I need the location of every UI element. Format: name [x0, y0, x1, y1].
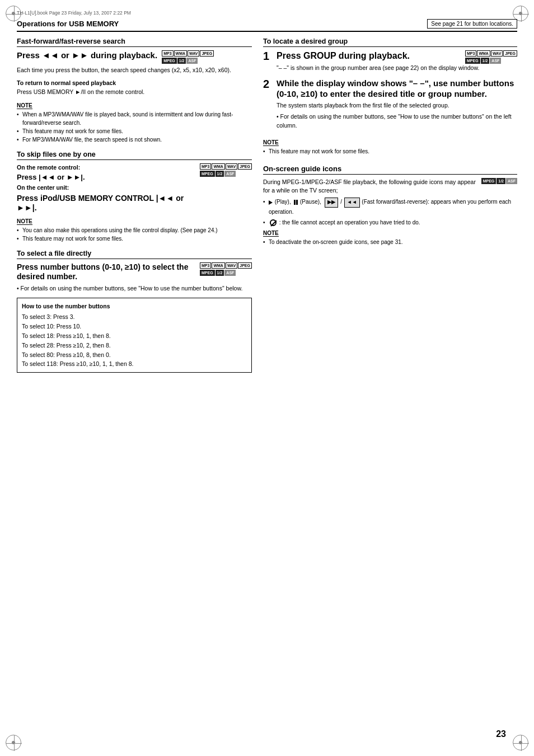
header-note: See page 21 for button locations. — [427, 19, 517, 29]
s1-badge-1-2: 1/2 — [481, 58, 490, 64]
onscreen-bullets: (Play), (Pause), ▶▶ / ◄◄ (Fast forward/f… — [263, 198, 517, 227]
number-box-item-6: To select 118: Press ≥10, ≥10, 1, 1, the… — [22, 359, 247, 369]
step-1-badge-row2: MPEG 1/2 ASF — [465, 58, 517, 64]
number-box-item-4: To select 28: Press ≥10, 2, then 8. — [22, 341, 247, 350]
skip-center-heading: Press iPod/USB MEMORY CONTROL |◄◄ or ►►|… — [17, 194, 195, 213]
number-box-item-2: To select 10: Press 10. — [22, 322, 247, 331]
skip-badge-row1: MP3 WMA WAV JPEG — [200, 163, 252, 170]
s1-badge-wav: WAV — [491, 50, 503, 57]
badge-jpeg: JPEG — [200, 50, 214, 57]
skip-badge-wma: WMA — [212, 163, 225, 170]
onscreen-badges: MPEG 1/2 ASF — [481, 178, 517, 184]
ff-note-item-1: When a MP3/WMA/WAV file is played back, … — [17, 110, 252, 127]
s1-badge-mp3: MP3 — [465, 50, 476, 57]
section-group-title: To locate a desired group — [263, 37, 517, 47]
select-badge-wma: WMA — [212, 262, 225, 269]
onscreen-note-item-1: To deactivate the on-screen guide icons,… — [263, 238, 517, 246]
group-note-text: This feature may not work for some files… — [263, 147, 517, 156]
step-2-content: While the display window shows "– –", us… — [277, 78, 517, 133]
group-note-label: NOTE — [263, 139, 279, 146]
to-return-body: Press USB MEMORY ►/II on the remote cont… — [17, 88, 252, 97]
step-1-badges: MP3 WMA WAV JPEG MPEG 1/2 ASF — [465, 50, 517, 64]
select-heading-row: Press number buttons (0-10, ≥10) to sele… — [17, 262, 252, 282]
badge-asf: ASF — [186, 58, 198, 64]
badge-wma: WMA — [174, 50, 188, 57]
step-1-number: 1 — [263, 50, 273, 62]
onscreen-intro-row: During MPEG-1/MPEG-2/ASF file playback, … — [263, 178, 517, 198]
ff-main-heading: Press ◄◄ or ►► during playback. — [17, 50, 157, 61]
page-number: 23 — [496, 729, 506, 739]
select-badge-1-2: 1/2 — [216, 270, 224, 276]
step-2: 2 While the display window shows "– –", … — [263, 78, 517, 133]
badge-wav: WAV — [188, 50, 199, 57]
skip-remote-label: On the remote control: — [17, 163, 195, 172]
page-title: Operations for USB MEMORY — [17, 20, 119, 28]
ff-icon-box: ▶▶ — [325, 198, 338, 208]
ff-badges: MP3 WMA WAV JPEG MPEG 1/2 ASF — [162, 50, 214, 64]
step-2-heading: While the display window shows "– –", us… — [277, 78, 517, 100]
ff-body: Each time you press the button, the sear… — [17, 66, 252, 75]
ff-badge-row2: MPEG 1/2 ASF — [162, 58, 214, 64]
select-badge-asf: ASF — [224, 270, 236, 276]
badge-1-2: 1/2 — [177, 58, 186, 64]
skip-badge-wav: WAV — [226, 163, 237, 170]
s1-badge-jpeg: JPEG — [503, 50, 517, 57]
ff-note-item-3: For MP3/WMA/WAV file, the search speed i… — [17, 135, 252, 144]
onscreen-bullet-1: (Play), (Pause), ▶▶ / ◄◄ (Fast forward/f… — [263, 198, 517, 216]
skip-badges: MP3 WMA WAV JPEG MPEG 1/2 ASF — [200, 163, 252, 177]
number-box-title: How to use the number buttons — [22, 302, 247, 311]
skip-remote-heading: Press |◄◄ or ►►|. — [17, 173, 195, 181]
step-2-number: 2 — [263, 78, 273, 90]
onscreen-badge-1-2: 1/2 — [496, 178, 505, 184]
content-area: Fast-forward/fast-reverse search Press ◄… — [17, 37, 517, 373]
section-onscreen-title: On-screen guide icons — [263, 165, 517, 175]
onscreen-intro: During MPEG-1/MPEG-2/ASF file playback, … — [263, 178, 477, 196]
skip-note-item-1: You can also make this operations using … — [17, 226, 252, 234]
select-badge-jpeg: JPEG — [238, 262, 252, 269]
file-reference: TH-L1[U].book Page 23 Friday, July 13, 2… — [17, 10, 517, 16]
select-heading: Press number buttons (0-10, ≥10) to sele… — [17, 262, 195, 282]
to-return-title: To return to normal speed playback — [17, 79, 252, 86]
step-2-bullet: • For details on using the number button… — [277, 112, 517, 130]
skip-badge-asf: ASF — [224, 171, 236, 177]
skip-center-label: On the center unit: — [17, 184, 195, 192]
onscreen-badge-row1: MPEG 1/2 ASF — [481, 178, 517, 184]
number-box: How to use the number buttons To select … — [17, 298, 252, 373]
select-badges: MP3 WMA WAV JPEG MPEG 1/2 ASF — [200, 262, 252, 276]
onscreen-note-text: To deactivate the on-screen guide icons,… — [263, 238, 517, 246]
onscreen-bullet-2: : the file cannot accept an operation yo… — [263, 218, 517, 227]
skip-note-text: You can also make this operations using … — [17, 226, 252, 243]
skip-badge-row2: MPEG 1/2 ASF — [200, 171, 252, 177]
select-badge-wav: WAV — [226, 262, 237, 269]
step-1-heading: Press GROUP during playback. — [277, 50, 462, 61]
right-column: To locate a desired group 1 Press GROUP … — [263, 37, 517, 373]
select-body: • For details on using the number button… — [17, 284, 252, 293]
badge-mp3: MP3 — [162, 50, 173, 57]
skip-note-item-2: This feature may not work for some files… — [17, 234, 252, 243]
rw-icon-box: ◄◄ — [344, 198, 360, 208]
section-select-title: To select a file directly — [17, 250, 252, 259]
select-badge-mp3: MP3 — [200, 262, 211, 269]
select-badge-row1: MP3 WMA WAV JPEG — [200, 262, 252, 269]
step-1: 1 Press GROUP during playback. MP3 WMA W… — [263, 50, 517, 75]
ff-note-label: NOTE — [17, 102, 32, 109]
skip-note-label: NOTE — [17, 218, 32, 225]
skip-badge-jpeg: JPEG — [238, 163, 252, 170]
skip-heading-row: On the remote control: Press |◄◄ or ►►|.… — [17, 163, 252, 213]
skip-badge-mp3: MP3 — [200, 163, 211, 170]
ff-badge-row1: MP3 WMA WAV JPEG — [162, 50, 214, 57]
page-header: Operations for USB MEMORY See page 21 fo… — [17, 19, 517, 32]
number-box-item-1: To select 3: Press 3. — [22, 312, 247, 322]
ff-note-item-2: This feature may not work for some files… — [17, 127, 252, 135]
select-badge-mpeg: MPEG — [200, 270, 215, 276]
step-1-body: "– –" is shown in the group number area … — [277, 64, 517, 73]
badge-mpeg: MPEG — [162, 58, 177, 64]
skip-badge-1-2: 1/2 — [216, 171, 224, 177]
onscreen-note-label: NOTE — [263, 230, 279, 237]
step-1-badge-row1: MP3 WMA WAV JPEG — [465, 50, 517, 57]
left-column: Fast-forward/fast-reverse search Press ◄… — [17, 37, 252, 373]
number-box-item-3: To select 18: Press ≥10, 1, then 8. — [22, 331, 247, 341]
s1-badge-asf: ASF — [490, 58, 501, 64]
section-skip-title: To skip files one by one — [17, 151, 252, 160]
step-1-content: Press GROUP during playback. MP3 WMA WAV… — [277, 50, 517, 75]
